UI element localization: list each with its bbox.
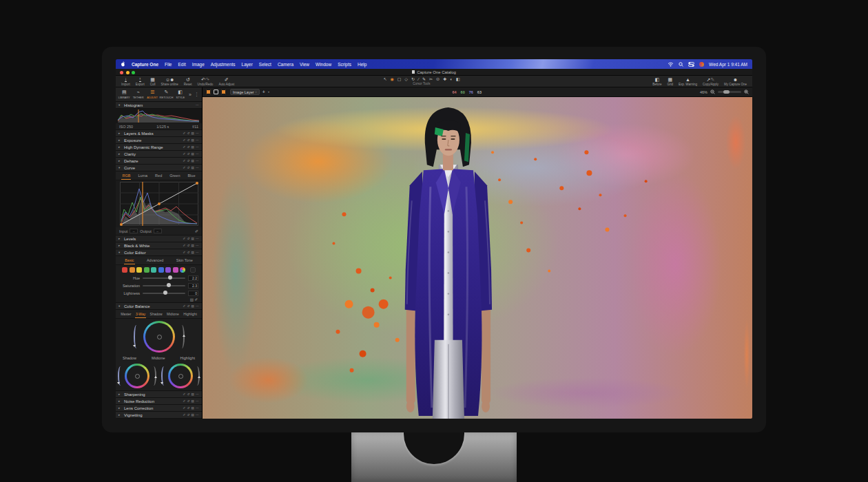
- panel-action-icons[interactable]: ✐ ↺ ▤ ⋯: [183, 399, 199, 403]
- panel-black-white[interactable]: ▸Black & White✐ ↺ ▤ ⋯: [116, 242, 202, 249]
- more-tabs-icon[interactable]: »: [187, 92, 193, 97]
- panel-noise-reduction[interactable]: ▸Noise Reduction✐ ↺ ▤ ⋯: [116, 398, 202, 405]
- tab-tether[interactable]: ⌁TETHER: [131, 90, 145, 99]
- highlight-saturation-slider[interactable]: [161, 366, 167, 386]
- curve-input-value[interactable]: –: [130, 229, 138, 233]
- zoom-slider[interactable]: [718, 91, 741, 93]
- cb-tab-midtone[interactable]: Midtone: [166, 311, 180, 317]
- tab-style[interactable]: ◧STYLE: [174, 90, 187, 99]
- panel-dehaze[interactable]: ▸Dehaze✐ ↺ ▤ ⋯: [116, 158, 202, 165]
- hue-value[interactable]: 2.2: [188, 275, 198, 281]
- curve-output-value[interactable]: –: [154, 229, 162, 233]
- shadow-saturation-slider[interactable]: [118, 366, 123, 386]
- curve-picker-icon[interactable]: ✐: [195, 229, 198, 233]
- panel-action-icons[interactable]: ✐ ↺ ▤ ⋯: [183, 159, 199, 163]
- menu-item-scripts[interactable]: Scripts: [338, 62, 351, 67]
- menu-item-camera[interactable]: Camera: [278, 62, 293, 67]
- panel-clarity[interactable]: ▸Clarity✐ ↺ ▤ ⋯: [116, 151, 202, 158]
- crop-tool[interactable]: ▢: [397, 77, 402, 81]
- cb-tab-3way[interactable]: 3-Way: [135, 311, 146, 318]
- color-swatch-blue[interactable]: [158, 267, 164, 273]
- copy-apply-button[interactable]: ↗✎Copy/Apply: [700, 76, 721, 87]
- color-swatch-purple[interactable]: [165, 267, 171, 273]
- photo-canvas[interactable]: [203, 97, 752, 419]
- menu-item-file[interactable]: File: [165, 62, 172, 67]
- color-swatch-aqua[interactable]: [151, 267, 156, 273]
- tab-library[interactable]: ▤LIBRARY: [117, 90, 131, 99]
- menu-item-image[interactable]: Image: [192, 62, 205, 67]
- panel-sharpening[interactable]: ▸Sharpening✐ ↺ ▤ ⋯: [116, 391, 202, 398]
- import-button[interactable]: ↓Import: [118, 76, 133, 87]
- curve-tab-rgb[interactable]: RGB: [121, 172, 131, 180]
- color-editor-footer-icons[interactable]: ▤ ✐: [116, 297, 202, 303]
- panel-high-dynamic-range[interactable]: ▸High Dynamic Range✐ ↺ ▤ ⋯: [116, 144, 202, 151]
- draw-mask-tool[interactable]: ✎: [422, 77, 426, 81]
- user-avatar[interactable]: [699, 62, 704, 67]
- cb-tab-highlight[interactable]: Highlight: [183, 311, 197, 317]
- straighten-tool[interactable]: ◇: [404, 77, 408, 81]
- menu-item-view[interactable]: View: [300, 62, 309, 67]
- ce-tab-skin-tone[interactable]: Skin Tone: [176, 257, 194, 264]
- heal-tool[interactable]: ⊙: [436, 77, 440, 81]
- auto-adjust-button[interactable]: ✐Auto Adjust: [216, 76, 237, 87]
- grid-button[interactable]: ▦Grid: [665, 76, 676, 87]
- panel-action-icons[interactable]: ✐ ↺ ▤ ⋯: [183, 251, 199, 254]
- ce-tab-advanced[interactable]: Advanced: [146, 257, 164, 264]
- color-swatch-magenta[interactable]: [173, 267, 178, 273]
- cb-tab-master[interactable]: Master: [120, 311, 132, 317]
- swatch-picker-button[interactable]: [190, 267, 196, 273]
- menu-item-edit[interactable]: Edit: [178, 62, 186, 67]
- highlight-color-wheel[interactable]: [168, 364, 193, 388]
- panel-curve[interactable]: ▾Curve✐ ↺ ▤ ⋯: [116, 165, 202, 171]
- hand-tool[interactable]: ◉: [390, 77, 393, 81]
- shadow-color-wheel[interactable]: [125, 364, 149, 388]
- minimize-button[interactable]: [126, 71, 130, 74]
- color-swatch-yellow[interactable]: [136, 267, 142, 273]
- menu-item-layer[interactable]: Layer: [242, 62, 253, 67]
- control-center-icon[interactable]: [688, 62, 694, 67]
- hue-slider[interactable]: [143, 277, 185, 279]
- curve-graph[interactable]: [116, 180, 202, 227]
- pick-color-tool[interactable]: ◐: [450, 77, 453, 81]
- histogram-header[interactable]: ▾ Histogram ⋯: [116, 102, 202, 109]
- panel-color-editor[interactable]: ▾Color Editor✐ ↺ ▤ ⋯: [116, 249, 202, 256]
- panel-action-icons[interactable]: ✐ ↺ ▤ ⋯: [183, 145, 199, 149]
- lightness-value[interactable]: 0: [188, 291, 198, 296]
- menu-item-help[interactable]: Help: [358, 62, 366, 67]
- panel-action-icons[interactable]: ✐ ↺ ▤ ⋯: [183, 392, 199, 396]
- panel-exposure[interactable]: ▸Exposure✐ ↺ ▤ ⋯: [116, 137, 202, 144]
- search-icon[interactable]: [679, 62, 683, 67]
- saturation-slider[interactable]: [143, 285, 185, 286]
- curve-tab-luma[interactable]: Luma: [137, 172, 148, 179]
- color-swatch-red[interactable]: [122, 267, 127, 273]
- panel-action-icons[interactable]: ✐ ↺ ▤ ⋯: [183, 237, 199, 240]
- color-swatch-green[interactable]: [144, 267, 149, 273]
- clone-tool[interactable]: ✚: [443, 77, 446, 81]
- panel-action-icons[interactable]: ✐ ↺ ▤ ⋯: [183, 132, 199, 135]
- panel-color-balance[interactable]: ▾Color Balance✐ ↺ ▤ ⋯: [116, 303, 202, 310]
- menu-item-select[interactable]: Select: [259, 62, 271, 67]
- add-layer-dropdown-icon[interactable]: ▾: [268, 90, 269, 94]
- curve-tab-green[interactable]: Green: [169, 172, 180, 179]
- multi-view-icon[interactable]: [206, 90, 211, 94]
- before-button[interactable]: ◧Before: [650, 76, 664, 87]
- tab-overflow-icon[interactable]: ⋮: [193, 92, 200, 97]
- panel-action-icons[interactable]: ✐ ↺ ▤ ⋯: [183, 166, 199, 169]
- menu-item-window[interactable]: Window: [316, 62, 331, 67]
- curve-tab-blue[interactable]: Blue: [187, 172, 196, 179]
- single-view-icon[interactable]: [214, 90, 218, 94]
- select-tool[interactable]: ↖: [383, 77, 386, 81]
- panel-layers-masks[interactable]: ▸Layers & Masks✐ ↺ ▤ ⋯: [116, 130, 202, 137]
- midtone-color-wheel[interactable]: [143, 321, 175, 353]
- zoom-window-button[interactable]: [132, 71, 135, 74]
- apple-menu-icon[interactable]: [121, 61, 125, 67]
- color-swatch-orange[interactable]: [130, 267, 135, 273]
- panel-action-icons[interactable]: ✐ ↺ ▤ ⋯: [183, 413, 199, 417]
- panel-lens-correction[interactable]: ▸Lens Correction✐ ↺ ▤ ⋯: [116, 405, 202, 412]
- export-button[interactable]: ↑Export: [133, 76, 147, 87]
- midtone-saturation-slider[interactable]: [134, 325, 139, 348]
- panel-action-icons[interactable]: ✐ ↺ ▤ ⋯: [183, 406, 199, 410]
- proof-view-icon[interactable]: [221, 90, 226, 94]
- my-capture-one-button[interactable]: ☻My Capture One: [721, 76, 750, 87]
- panel-action-icons[interactable]: ✐ ↺ ▤ ⋯: [183, 244, 199, 247]
